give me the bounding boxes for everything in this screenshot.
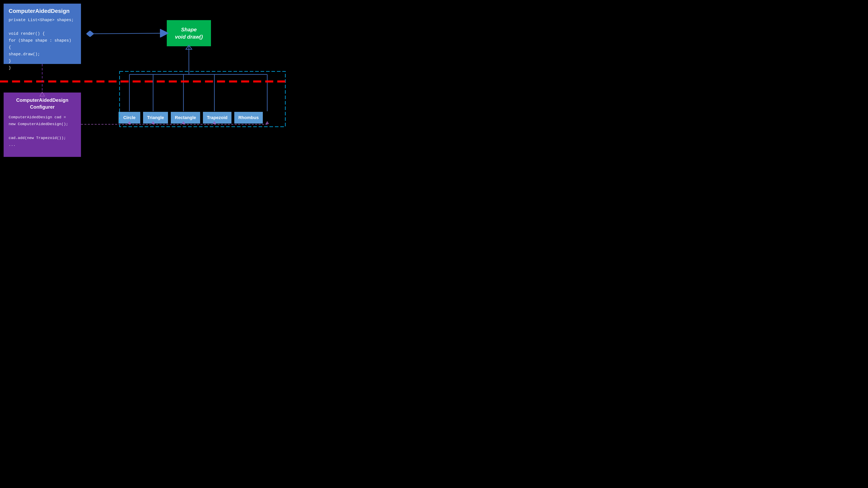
rhombus-box: Rhombus — [234, 112, 262, 123]
cad-line1: private List<Shape> shapes; — [9, 17, 76, 24]
cad-class-body: private List<Shape> shapes; void render(… — [9, 17, 76, 71]
config-class-title: ComputerAidedDesign Configurer — [9, 97, 76, 110]
trapezoid-box: Trapezoid — [203, 112, 232, 123]
cad-line5: shape.draw(); — [9, 51, 76, 58]
cad-line4: for (Shape shape : shapes) { — [9, 37, 76, 51]
rectangle-box: Rectangle — [171, 112, 200, 123]
shape-class-box: Shape void draw() — [167, 20, 211, 46]
circle-box: Circle — [119, 112, 140, 123]
cad-class-title: ComputerAidedDesign — [9, 8, 76, 14]
shape-class-title: Shape void draw() — [175, 26, 203, 40]
cad-line6: } — [9, 58, 76, 64]
cad-class-box: ComputerAidedDesign private List<Shape> … — [4, 4, 81, 64]
aggregation-line — [86, 33, 166, 34]
cad-line2 — [9, 24, 76, 30]
subclass-row: Circle Triangle Rectangle Trapezoid Rhom… — [119, 112, 263, 123]
config-class-box: ComputerAidedDesign Configurer ComputerA… — [4, 92, 81, 157]
triangle-box: Triangle — [143, 112, 168, 123]
diagram-container: ComputerAidedDesign private List<Shape> … — [0, 0, 289, 163]
cad-line7: } — [9, 64, 76, 71]
rhombus-purple-arrowhead — [266, 122, 269, 124]
config-class-body: ComputerAidedDesign cad = new ComputerAi… — [9, 114, 76, 148]
cad-line3: void render() { — [9, 30, 76, 37]
